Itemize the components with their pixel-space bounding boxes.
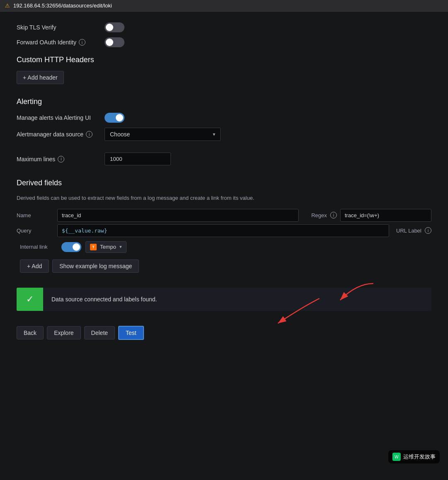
query-col-label: Query [17, 228, 54, 234]
bottom-toolbar: Back Explore Delete Test [17, 319, 431, 348]
alertmanager-info-icon[interactable]: i [86, 131, 93, 138]
forward-oauth-row: Forward OAuth Identity i [17, 37, 431, 47]
wechat-icon: W [392, 453, 401, 461]
test-label: Test [126, 330, 136, 336]
watermark: W 运维开发故事 [388, 450, 440, 463]
forward-oauth-toggle[interactable] [105, 37, 124, 47]
max-lines-row: Maximum lines i 1000 [17, 153, 431, 165]
derived-fields-section: Derived fields Derived fields can be use… [0, 179, 448, 348]
derived-fields-desc: Derived fields can be used to extract ne… [17, 194, 431, 202]
alerting-section: Alerting Manage alerts via Alerting UI A… [17, 97, 431, 141]
toolbar-area: Back Explore Delete Test [17, 319, 431, 348]
checkmark-icon: ✓ [26, 294, 34, 305]
url-label-col-label: URL Label [392, 228, 421, 234]
internal-link-label: Internal link [20, 244, 57, 250]
forward-oauth-info-icon[interactable]: i [79, 39, 85, 46]
status-area: ✓ Data source connected and labels found… [17, 288, 431, 311]
test-button[interactable]: Test [118, 326, 144, 340]
alertmanager-row: Alertmanager data source i Choose ▾ [17, 128, 431, 141]
add-derived-button[interactable]: + Add [20, 259, 49, 273]
back-button[interactable]: Back [17, 326, 44, 339]
url-prefix: 192.168.64.5: [13, 2, 46, 9]
internal-link-row: Internal link T Tempo ▾ [17, 240, 431, 255]
forward-oauth-track [105, 37, 124, 47]
status-bar: ✓ Data source connected and labels found… [17, 288, 431, 311]
delete-button[interactable]: Delete [84, 326, 115, 339]
datasource-selector[interactable]: T Tempo ▾ [85, 241, 127, 253]
url-path: 32656/datasources/edit/loki [46, 2, 112, 9]
custom-headers-section: Custom HTTP Headers + Add header [17, 56, 431, 84]
alertmanager-label: Alertmanager data source i [17, 131, 100, 138]
max-lines-info-icon[interactable]: i [58, 156, 64, 162]
skip-tls-toggle[interactable] [105, 22, 124, 32]
warning-icon: ⚠ [5, 2, 10, 9]
max-lines-input[interactable]: 1000 [105, 153, 171, 165]
url-label-info-icon[interactable]: i [425, 227, 431, 234]
name-regex-row: Name Regex i [17, 209, 431, 222]
regex-input[interactable] [340, 209, 431, 222]
show-example-label: Show example log message [59, 263, 132, 269]
max-lines-label: Maximum lines i [17, 156, 100, 162]
chevron-down-icon: ▾ [213, 131, 215, 137]
skip-tls-row: Skip TLS Verify [17, 22, 431, 32]
status-icon-box: ✓ [17, 288, 43, 311]
action-row: + Add Show example log message [17, 255, 431, 274]
regex-col-label: Regex [302, 212, 327, 218]
query-input[interactable] [57, 224, 389, 237]
manage-alerts-label: Manage alerts via Alerting UI [17, 114, 100, 121]
alertmanager-select-value: Choose [110, 131, 130, 138]
forward-oauth-label: Forward OAuth Identity i [17, 39, 100, 46]
tempo-icon: T [90, 244, 97, 250]
add-header-button[interactable]: + Add header [17, 71, 64, 84]
alertmanager-select[interactable]: Choose ▾ [105, 128, 221, 141]
derived-title-area: Derived fields Derived fields can be use… [17, 179, 431, 202]
skip-tls-thumb [106, 24, 113, 31]
datasource-label: Tempo [100, 244, 116, 250]
custom-headers-title: Custom HTTP Headers [17, 56, 431, 64]
derived-fields-title: Derived fields [17, 179, 431, 187]
manage-alerts-toggle[interactable] [105, 113, 124, 123]
name-input[interactable] [57, 209, 299, 222]
show-example-button[interactable]: Show example log message [52, 259, 139, 273]
skip-tls-label: Skip TLS Verify [17, 24, 100, 31]
url-text: 192.168.64.5:32656/datasources/edit/loki [13, 2, 112, 9]
status-message: Data source connected and labels found. [43, 289, 431, 309]
watermark-text: 运维开发故事 [403, 453, 436, 461]
internal-link-thumb [73, 243, 80, 251]
alerting-title: Alerting [17, 97, 431, 106]
internal-link-track [61, 242, 81, 252]
browser-bar: ⚠ 192.168.64.5:32656/datasources/edit/lo… [0, 0, 448, 12]
forward-oauth-thumb [106, 39, 113, 46]
manage-alerts-row: Manage alerts via Alerting UI [17, 113, 431, 123]
explore-button[interactable]: Explore [47, 326, 80, 339]
add-header-label: + Add header [23, 74, 58, 81]
internal-link-toggle[interactable] [61, 242, 81, 252]
delete-label: Delete [91, 330, 108, 336]
query-urllabel-row: Query URL Label i [17, 224, 431, 237]
explore-label: Explore [54, 330, 73, 336]
datasource-chevron-icon: ▾ [119, 244, 122, 250]
skip-tls-track [105, 22, 124, 32]
add-derived-label: + Add [27, 263, 42, 269]
back-label: Back [24, 330, 37, 336]
manage-alerts-thumb [116, 114, 123, 121]
name-col-label: Name [17, 212, 54, 218]
regex-info-icon[interactable]: i [330, 212, 337, 218]
manage-alerts-track [105, 113, 124, 123]
